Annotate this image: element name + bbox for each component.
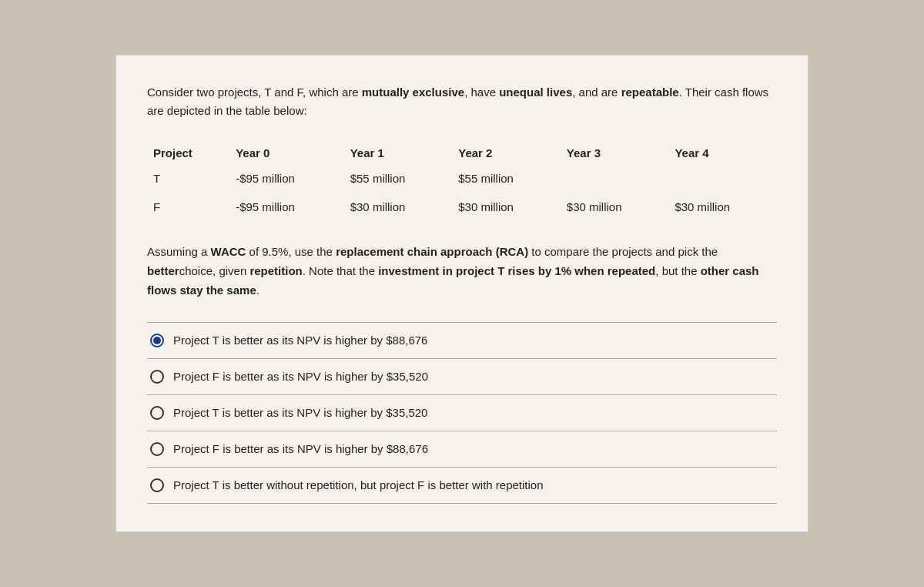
col-header-year0: Year 0: [229, 142, 344, 164]
second-paragraph: Assuming a WACC of 9.5%, use the replace…: [147, 243, 777, 300]
col-header-year4: Year 4: [668, 142, 777, 164]
intro-paragraph: Consider two projects, T and F, which ar…: [147, 83, 777, 120]
project-f-year0: -$95 million: [229, 193, 344, 221]
project-t-year2: $55 million: [452, 164, 561, 193]
option-3[interactable]: Project T is better as its NPV is higher…: [147, 395, 777, 431]
project-f-year3: $30 million: [561, 193, 669, 221]
project-t-label: T: [147, 164, 229, 193]
radio-button-5[interactable]: [150, 478, 164, 492]
col-header-project: Project: [147, 142, 229, 164]
col-header-year3: Year 3: [561, 142, 669, 164]
radio-button-1[interactable]: [150, 334, 164, 347]
project-f-year2: $30 million: [452, 193, 561, 221]
table-row: F -$95 million $30 million $30 million $…: [147, 193, 777, 221]
table-header-row: Project Year 0 Year 1 Year 2 Year 3 Year…: [147, 142, 777, 164]
project-f-year4: $30 million: [668, 193, 777, 221]
option-1-label: Project T is better as its NPV is higher…: [173, 334, 427, 347]
cash-flow-table: Project Year 0 Year 1 Year 2 Year 3 Year…: [147, 142, 777, 221]
project-t-year3: [561, 164, 669, 193]
radio-button-4[interactable]: [150, 442, 164, 456]
option-5[interactable]: Project T is better without repetition, …: [147, 468, 777, 504]
option-1[interactable]: Project T is better as its NPV is higher…: [147, 322, 777, 359]
option-5-label: Project T is better without repetition, …: [173, 478, 544, 491]
col-header-year2: Year 2: [452, 142, 561, 164]
project-f-label: F: [147, 193, 229, 221]
option-4-label: Project F is better as its NPV is higher…: [173, 442, 428, 455]
col-header-year1: Year 1: [344, 142, 453, 164]
project-t-year0: -$95 million: [229, 164, 344, 193]
main-card: Consider two projects, T and F, which ar…: [116, 55, 808, 532]
option-3-label: Project T is better as its NPV is higher…: [173, 406, 427, 419]
option-4[interactable]: Project F is better as its NPV is higher…: [147, 431, 777, 468]
radio-button-3[interactable]: [150, 406, 164, 420]
project-f-year1: $30 million: [344, 193, 453, 221]
answer-options: Project T is better as its NPV is higher…: [147, 322, 777, 504]
project-t-year4: [668, 164, 777, 193]
radio-button-2[interactable]: [150, 370, 164, 384]
table-row: T -$95 million $55 million $55 million: [147, 164, 777, 193]
option-2[interactable]: Project F is better as its NPV is higher…: [147, 359, 777, 395]
option-2-label: Project F is better as its NPV is higher…: [173, 370, 428, 383]
project-t-year1: $55 million: [344, 164, 453, 193]
